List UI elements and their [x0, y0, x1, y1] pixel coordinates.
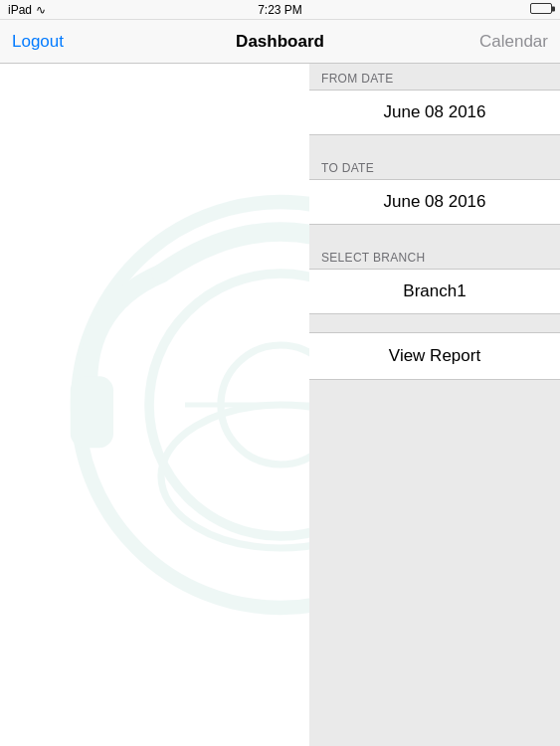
main-content: FROM DATE June 08 2016 TO DATE June 08 2…	[0, 64, 560, 746]
battery-icon	[530, 3, 552, 14]
spacer-2	[309, 225, 560, 243]
device-label: iPad	[8, 3, 32, 17]
status-bar: iPad ∿ 7:23 PM	[0, 0, 560, 20]
from-date-section: FROM DATE June 08 2016	[309, 64, 560, 135]
page-title: Dashboard	[236, 32, 324, 52]
view-report-button[interactable]: View Report	[309, 332, 560, 380]
to-date-label: TO DATE	[309, 153, 560, 179]
to-date-section: TO DATE June 08 2016	[309, 153, 560, 225]
spacer-1	[309, 135, 560, 153]
logout-button[interactable]: Logout	[12, 32, 64, 52]
calendar-button[interactable]: Calendar	[479, 32, 548, 52]
branch-label: SELECT BRANCH	[309, 243, 560, 269]
navigation-bar: Logout Dashboard Calendar	[0, 20, 560, 64]
from-date-value[interactable]: June 08 2016	[309, 90, 560, 135]
status-right	[530, 3, 552, 16]
wifi-icon: ∿	[36, 3, 46, 17]
status-time: 7:23 PM	[258, 3, 302, 17]
to-date-value[interactable]: June 08 2016	[309, 179, 560, 225]
branch-value[interactable]: Branch1	[309, 269, 560, 314]
status-left: iPad ∿	[8, 3, 46, 17]
from-date-label: FROM DATE	[309, 64, 560, 90]
form-panel: FROM DATE June 08 2016 TO DATE June 08 2…	[309, 64, 560, 746]
svg-rect-3	[70, 376, 112, 448]
branch-section: SELECT BRANCH Branch1	[309, 243, 560, 314]
battery-container	[530, 3, 552, 16]
